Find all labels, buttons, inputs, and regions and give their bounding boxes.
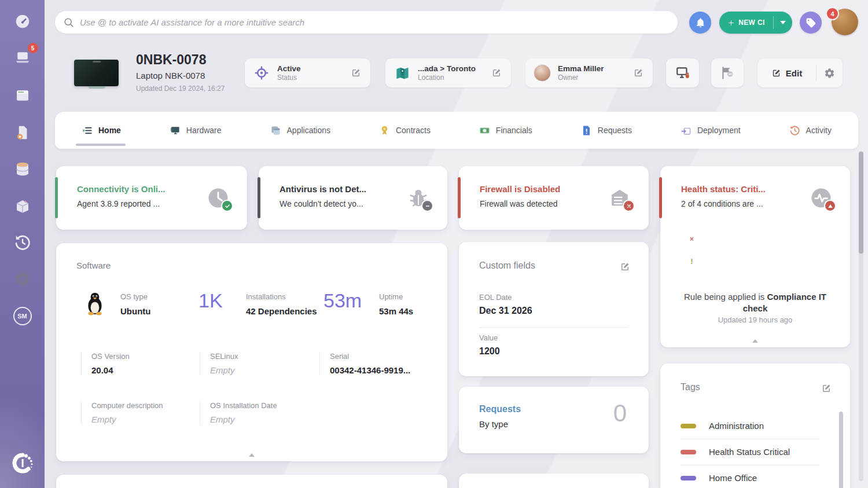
search-icon <box>63 17 74 28</box>
edit-icon <box>351 68 361 78</box>
gear-icon <box>824 68 835 79</box>
sidebar-item-applications[interactable] <box>12 85 34 107</box>
edit-icon <box>491 68 502 78</box>
history-icon <box>14 234 31 251</box>
new-ci-button[interactable]: NEW CI <box>719 12 792 34</box>
sidebar-item-contracts[interactable] <box>12 122 34 144</box>
owner-label: Owner <box>558 74 631 82</box>
edit-button[interactable]: Edit <box>757 68 816 78</box>
collapse-software-button[interactable] <box>243 452 260 458</box>
os-type-label: OS type <box>120 292 148 301</box>
edit-icon <box>633 68 643 78</box>
tab-financials[interactable]: Financials <box>479 125 532 136</box>
owner-value: Emma Miller <box>558 64 631 73</box>
status-value: Active <box>277 64 348 73</box>
tab-contracts[interactable]: Contracts <box>379 125 431 136</box>
tab-activity-label: Activity <box>806 126 832 135</box>
partial-card-left <box>56 475 447 488</box>
tab-applications[interactable]: Applications <box>270 125 331 136</box>
edit-owner-button[interactable] <box>631 65 646 80</box>
health-status-title: Health status: Criti... <box>681 184 766 194</box>
chevron-down-icon <box>780 21 786 24</box>
tab-deployment[interactable]: Deployment <box>681 125 741 136</box>
sidebar-item-devices[interactable]: 5 <box>12 46 34 68</box>
bell-icon <box>695 17 706 28</box>
requests-count: 0 <box>613 399 627 427</box>
owner-chip: Emma Miller Owner <box>525 58 653 87</box>
eol-date-value: Dec 31 2026 <box>479 306 532 316</box>
database-icon <box>14 160 31 178</box>
condition-firewall-banner[interactable]: × Firewall is deactivated <box>679 228 834 250</box>
tag-item-home-office[interactable]: Home Office <box>681 465 819 488</box>
field-computer-description: Computer description Empty <box>81 401 200 424</box>
tab-home-label: Home <box>98 126 121 135</box>
tag-item-health-status-critical[interactable]: Health Status Critical <box>681 439 819 465</box>
sidebar-item-inventory[interactable] <box>12 195 34 217</box>
location-map-icon <box>393 64 411 82</box>
firewall-alert-card[interactable]: Firewall is Disabled Firewall was detect… <box>459 166 649 230</box>
sidebar-item-settings[interactable] <box>12 268 34 290</box>
window-icon <box>14 87 31 104</box>
installations-label: Installations <box>246 292 286 301</box>
notifications-button[interactable] <box>689 12 711 34</box>
value-value: 1200 <box>479 346 500 357</box>
tab-hardware[interactable]: Hardware <box>170 125 222 136</box>
edit-custom-fields-button[interactable] <box>617 259 632 274</box>
connectivity-alert-title: Connectivity is Onli... <box>77 184 165 194</box>
requests-subtitle: By type <box>479 419 508 429</box>
condition-warranty-banner[interactable]: ! Warranty is expired <box>679 250 834 273</box>
search-input[interactable] <box>80 17 670 27</box>
edit-status-button[interactable] <box>348 65 363 80</box>
sidebar-item-history[interactable] <box>12 232 34 254</box>
requests-tab-icon <box>581 125 592 136</box>
sidebar-item-dashboard[interactable] <box>12 10 34 32</box>
antivirus-alert-card[interactable]: Antivirus is not Det... We couldn't dete… <box>259 166 447 230</box>
collapse-arrow-icon <box>249 453 255 457</box>
tab-requests[interactable]: Requests <box>581 125 632 136</box>
settings-button[interactable] <box>816 68 843 79</box>
edit-location-button[interactable] <box>489 65 504 80</box>
collapse-health-button[interactable] <box>746 337 764 344</box>
tags-title: Tags <box>681 382 700 392</box>
tag-icon <box>806 17 816 28</box>
user-notifications-badge: 4 <box>826 7 839 20</box>
field-os-installation-date: OS Installation Date Empty <box>200 401 319 424</box>
devices-badge: 5 <box>28 43 38 53</box>
document-certificate-icon <box>14 124 31 141</box>
new-ci-dropdown[interactable] <box>774 21 792 24</box>
tab-activity[interactable]: Activity <box>789 125 832 136</box>
device-thumbnail <box>74 60 119 86</box>
remote-access-button[interactable] <box>666 58 699 87</box>
connectivity-clock-icon <box>205 185 231 211</box>
alert-color-bar <box>659 177 662 218</box>
health-status-subtitle: 2 of 4 conditions are ... <box>681 199 763 208</box>
custom-fields-card: Custom fields EOL Date Dec 31 2026 Value… <box>459 242 649 376</box>
installations-sub: 42 Dependencies <box>246 306 317 316</box>
connectivity-alert-card[interactable]: Connectivity is Onli... Agent 3.8.9 repo… <box>56 166 247 230</box>
field-serial: Serial 00342-41346-9919... <box>319 352 438 375</box>
installations-stat: 1K <box>198 289 223 312</box>
flag-minus-icon <box>720 65 735 80</box>
edit-tags-button[interactable] <box>819 381 834 396</box>
sidebar-item-database[interactable] <box>12 158 34 180</box>
tag-item-administration[interactable]: Administration <box>681 413 819 439</box>
tab-deployment-label: Deployment <box>697 126 741 135</box>
firewall-alert-subtitle: Firewall was detected <box>480 199 558 208</box>
profile-initials: SM <box>13 307 32 325</box>
page-title: 0NBK-0078 <box>136 52 206 68</box>
device-subtitle: Laptop NBK-0078 <box>136 71 205 80</box>
tags-button[interactable] <box>800 12 822 34</box>
requests-card[interactable]: Requests By type 0 <box>459 387 649 453</box>
value-label: Value <box>479 333 498 342</box>
x-circle-icon: × <box>687 234 697 244</box>
tab-contracts-label: Contracts <box>396 126 431 135</box>
tags-scrollbar[interactable] <box>839 412 843 488</box>
flag-button[interactable] <box>711 58 744 87</box>
tab-home[interactable]: Home <box>82 125 121 136</box>
sidebar-item-profile[interactable]: SM <box>12 305 34 327</box>
health-pulse-icon <box>808 185 834 211</box>
sidebar-logo[interactable] <box>10 450 35 476</box>
health-updated: Updated 19 hours ago <box>660 315 850 324</box>
monitor-plug-icon <box>675 65 690 80</box>
page-scrollbar-thumb[interactable] <box>859 152 863 254</box>
